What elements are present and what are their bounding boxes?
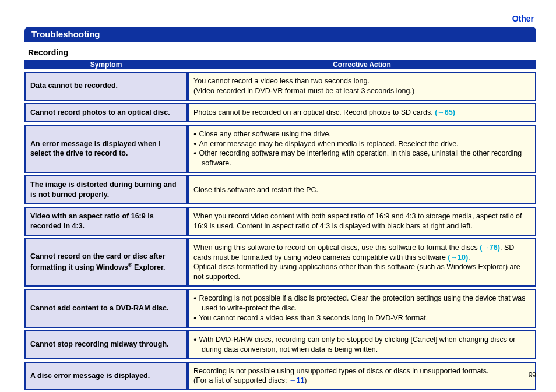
page-number: 99 — [529, 371, 536, 379]
page-ref-link[interactable]: (→10) — [448, 253, 468, 262]
action-bullet: An error message may be displayed when m… — [193, 139, 530, 149]
table-row: Video with an aspect ratio of 16:9 is re… — [24, 207, 536, 236]
symptom-cell: Cannot add content to a DVD-RAM disc. — [24, 289, 188, 328]
symptom-cell: A disc error message is displayed. — [24, 362, 188, 391]
action-cell: When you record video content with both … — [188, 207, 536, 236]
action-cell: Recording is not possible if a disc is p… — [188, 289, 536, 328]
action-bullet: Other recording software may be interfer… — [193, 149, 530, 168]
action-cell: Photos cannot be recorded on an optical … — [188, 103, 536, 122]
table-row: The image is distorted during burning an… — [24, 175, 536, 204]
symptom-cell: Cannot stop recording midway through. — [24, 330, 188, 359]
action-text: Photos cannot be recorded on an optical … — [193, 108, 435, 116]
page-ref-link[interactable]: (→65) — [435, 108, 455, 116]
table-row: A disc error message is displayed. Recor… — [24, 362, 536, 391]
action-cell: When using this software to record on op… — [188, 238, 536, 287]
action-cell: Close this software and restart the PC. — [188, 175, 536, 204]
action-cell: With DVD-R/RW discs, recording can only … — [188, 330, 536, 359]
action-cell: You cannot record a video less than two … — [188, 72, 536, 101]
symptom-cell: Cannot record photos to an optical disc. — [24, 103, 188, 122]
symptom-cell: The image is distorted during burning an… — [24, 175, 188, 204]
action-text: When using this software to record on op… — [193, 243, 480, 252]
action-bullet: Close any other software using the drive… — [193, 129, 530, 139]
troubleshooting-table: Symptom Corrective Action Data cannot be… — [24, 58, 536, 392]
page-ref-link[interactable]: (→76) — [480, 243, 500, 252]
action-text: Recording is not possible using unsuppor… — [193, 367, 489, 375]
action-text: . — [468, 253, 470, 262]
header-action: Corrective Action — [188, 60, 536, 69]
symptom-cell: Video with an aspect ratio of 16:9 is re… — [24, 207, 188, 236]
table-row: Cannot record photos to an optical disc.… — [24, 103, 536, 122]
action-bullet: With DVD-R/RW discs, recording can only … — [193, 335, 530, 355]
page-title: Troubleshooting — [24, 27, 536, 42]
section-heading: Recording — [28, 48, 536, 57]
breadcrumb[interactable]: Other — [24, 12, 536, 27]
action-bullet: You cannot record a video less than 3 se… — [193, 313, 530, 323]
action-text: (For a list of supported discs: — [193, 376, 289, 384]
symptom-cell: Data cannot be recorded. — [24, 72, 188, 101]
action-text: (Video recorded in DVD-VR format must be… — [193, 87, 414, 95]
action-text: Optical discs formatted by using applica… — [193, 263, 520, 281]
table-row: Data cannot be recorded. You cannot reco… — [24, 72, 536, 101]
action-cell: Close any other software using the drive… — [188, 125, 536, 174]
table-row: An error message is displayed when I sel… — [24, 125, 536, 174]
action-text: ) — [304, 376, 307, 384]
symptom-cell: An error message is displayed when I sel… — [24, 125, 188, 174]
symptom-cell: Cannot record on the card or disc after … — [24, 238, 188, 287]
action-text: You cannot record a video less than two … — [193, 77, 370, 85]
page-ref-link[interactable]: →11 — [289, 376, 304, 384]
action-bullet: Recording is not possible if a disc is p… — [193, 294, 530, 313]
action-cell: Recording is not possible using unsuppor… — [188, 362, 536, 391]
table-header: Symptom Corrective Action — [24, 60, 536, 69]
table-row: Cannot stop recording midway through. Wi… — [24, 330, 536, 359]
table-row: Cannot record on the card or disc after … — [24, 238, 536, 287]
header-symptom: Symptom — [24, 60, 188, 69]
table-row: Cannot add content to a DVD-RAM disc. Re… — [24, 289, 536, 328]
